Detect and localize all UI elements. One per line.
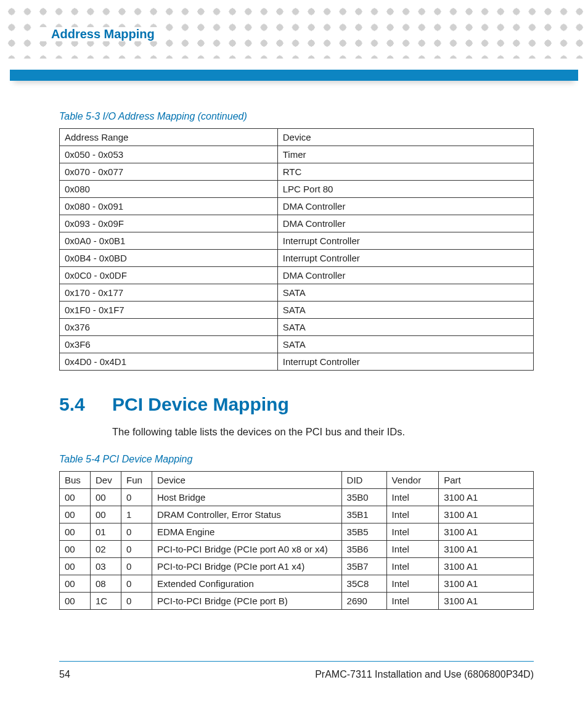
table-row: 00010EDMA Engine35B5Intel3100 A1	[60, 523, 534, 541]
col-device: Device	[277, 129, 533, 146]
cell-did: 2690	[341, 593, 386, 610]
cell-device: DMA Controller	[277, 215, 533, 232]
cell-address-range: 0x170 - 0x177	[60, 284, 278, 302]
cell-address-range: 0x376	[60, 319, 278, 336]
col-address-range: Address Range	[60, 129, 278, 146]
cell-device: DMA Controller	[277, 198, 533, 215]
cell-device: Host Bridge	[152, 489, 341, 506]
cell-fun: 0	[121, 575, 152, 593]
table-row: 00001DRAM Controller, Error Status35B1In…	[60, 506, 534, 523]
cell-fun: 0	[121, 593, 152, 610]
table-row: 0x3F6SATA	[60, 336, 534, 353]
cell-vendor: Intel	[386, 506, 439, 523]
table-row: 0x0C0 - 0x0DFDMA Controller	[60, 267, 534, 284]
cell-address-range: 0x0C0 - 0x0DF	[60, 267, 278, 284]
cell-did: 35C8	[341, 575, 386, 593]
cell-vendor: Intel	[386, 558, 439, 575]
cell-part: 3100 A1	[439, 575, 534, 593]
cell-did: 35B5	[341, 523, 386, 541]
cell-vendor: Intel	[386, 541, 439, 558]
cell-address-range: 0x070 - 0x077	[60, 163, 278, 181]
cell-vendor: Intel	[386, 593, 439, 610]
cell-vendor: Intel	[386, 575, 439, 593]
cell-device: Timer	[277, 146, 533, 163]
table-5-4-caption: Table 5-4 PCI Device Mapping	[59, 454, 534, 465]
section-number: 5.4	[59, 394, 112, 415]
cell-address-range: 0x050 - 0x053	[60, 146, 278, 163]
cell-did: 35B0	[341, 489, 386, 506]
cell-bus: 00	[60, 489, 91, 506]
cell-fun: 0	[121, 541, 152, 558]
cell-part: 3100 A1	[439, 558, 534, 575]
cell-bus: 00	[60, 506, 91, 523]
cell-device: Extended Configuration	[152, 575, 341, 593]
cell-fun: 0	[121, 558, 152, 575]
cell-address-range: 0x4D0 - 0x4D1	[60, 353, 278, 371]
table-row: 001C0PCI-to-PCI Bridge (PCIe port B)2690…	[60, 593, 534, 610]
cell-device: LPC Port 80	[277, 181, 533, 198]
cell-address-range: 0x080 - 0x091	[60, 198, 278, 215]
cell-bus: 00	[60, 593, 91, 610]
table-row: 00000Host Bridge35B0Intel3100 A1	[60, 489, 534, 506]
page-footer: 54 PrAMC-7311 Installation and Use (6806…	[59, 661, 534, 680]
table-header-row: Bus Dev Fun Device DID Vendor Part	[60, 472, 534, 489]
cell-fun: 1	[121, 506, 152, 523]
cell-fun: 0	[121, 523, 152, 541]
cell-address-range: 0x093 - 0x09F	[60, 215, 278, 232]
cell-did: 35B1	[341, 506, 386, 523]
col-dev: Dev	[90, 472, 121, 489]
table-row: 0x170 - 0x177SATA	[60, 284, 534, 302]
cell-device: SATA	[277, 319, 533, 336]
cell-address-range: 0x3F6	[60, 336, 278, 353]
cell-device: PCI-to-PCI Bridge (PCIe port B)	[152, 593, 341, 610]
col-did: DID	[341, 472, 386, 489]
cell-device: Interrupt Controller	[277, 353, 533, 371]
col-device: Device	[152, 472, 341, 489]
cell-part: 3100 A1	[439, 489, 534, 506]
cell-bus: 00	[60, 523, 91, 541]
cell-device: Interrupt Controller	[277, 250, 533, 267]
io-address-mapping-table: Address Range Device 0x050 - 0x053Timer0…	[59, 128, 534, 371]
cell-fun: 0	[121, 489, 152, 506]
cell-dev: 08	[90, 575, 121, 593]
cell-dev: 02	[90, 541, 121, 558]
cell-device: PCI-to-PCI Bridge (PCIe port A1 x4)	[152, 558, 341, 575]
col-bus: Bus	[60, 472, 91, 489]
cell-device: EDMA Engine	[152, 523, 341, 541]
table-row: 00020PCI-to-PCI Bridge (PCIe port A0 x8 …	[60, 541, 534, 558]
section-heading: 5.4PCI Device Mapping	[59, 394, 534, 415]
doc-title: PrAMC-7311 Installation and Use (6806800…	[315, 669, 534, 680]
table-row: 00030PCI-to-PCI Bridge (PCIe port A1 x4)…	[60, 558, 534, 575]
cell-address-range: 0x0B4 - 0x0BD	[60, 250, 278, 267]
pci-device-mapping-table: Bus Dev Fun Device DID Vendor Part 00000…	[59, 471, 534, 610]
table-row: 0x0B4 - 0x0BDInterrupt Controller	[60, 250, 534, 267]
cell-dev: 00	[90, 506, 121, 523]
table-row: 0x070 - 0x077RTC	[60, 163, 534, 181]
table-row: 0x376SATA	[60, 319, 534, 336]
cell-part: 3100 A1	[439, 523, 534, 541]
table-row: 00080Extended Configuration35C8Intel3100…	[60, 575, 534, 593]
page-content: Table 5-3 I/O Address Mapping (continued…	[59, 111, 534, 610]
cell-dev: 1C	[90, 593, 121, 610]
table-5-3-caption: Table 5-3 I/O Address Mapping (continued…	[59, 111, 534, 122]
cell-device: RTC	[277, 163, 533, 181]
cell-device: DMA Controller	[277, 267, 533, 284]
table-header-row: Address Range Device	[60, 129, 534, 146]
cell-dev: 03	[90, 558, 121, 575]
cell-address-range: 0x1F0 - 0x1F7	[60, 302, 278, 319]
cell-dev: 01	[90, 523, 121, 541]
col-fun: Fun	[121, 472, 152, 489]
cell-did: 35B6	[341, 541, 386, 558]
cell-bus: 00	[60, 541, 91, 558]
cell-vendor: Intel	[386, 489, 439, 506]
table-row: 0x050 - 0x053Timer	[60, 146, 534, 163]
table-row: 0x0A0 - 0x0B1Interrupt Controller	[60, 232, 534, 250]
cell-device: Interrupt Controller	[277, 232, 533, 250]
section-title: PCI Device Mapping	[112, 394, 289, 414]
table-row: 0x1F0 - 0x1F7SATA	[60, 302, 534, 319]
table-row: 0x080LPC Port 80	[60, 181, 534, 198]
col-vendor: Vendor	[386, 472, 439, 489]
cell-address-range: 0x080	[60, 181, 278, 198]
cell-device: SATA	[277, 284, 533, 302]
section-intro: The following table lists the devices on…	[112, 426, 534, 438]
